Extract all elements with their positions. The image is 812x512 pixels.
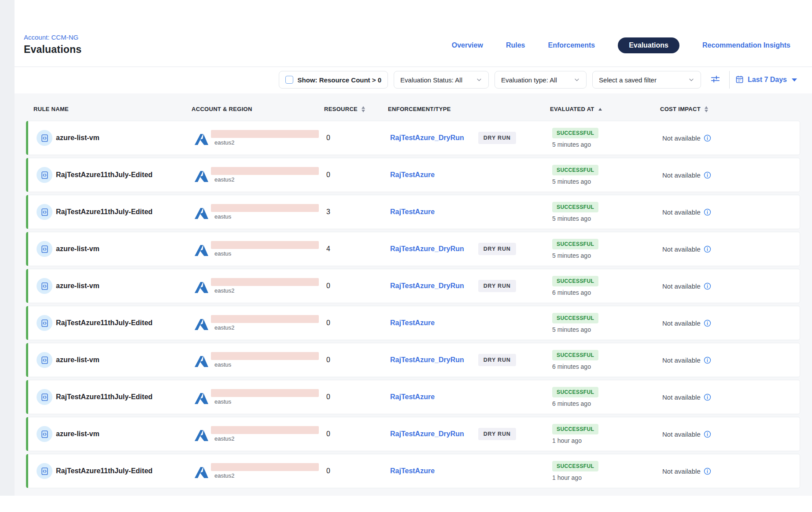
table-row[interactable]: azure-list-vm eastus2 0 RajTestAzure_Dry… (26, 269, 800, 303)
account-name-redacted (211, 167, 319, 175)
resource-count: 0 (326, 282, 330, 289)
rule-icon (37, 278, 52, 294)
evaluated-time: 6 minutes ago (552, 363, 662, 370)
info-icon[interactable] (704, 393, 711, 401)
info-icon[interactable] (704, 171, 711, 179)
saved-filter-select[interactable]: Select a saved filter (592, 71, 701, 89)
dry-run-badge: DRY RUN (478, 243, 516, 255)
resource-count: 0 (326, 393, 330, 401)
info-icon[interactable] (704, 430, 711, 438)
account-name-redacted (211, 130, 319, 138)
region-label: eastus (211, 361, 319, 368)
enforcement-link[interactable]: RajTestAzure_DryRun (390, 134, 464, 142)
info-icon[interactable] (704, 467, 711, 475)
evaluated-time: 1 hour ago (552, 437, 662, 444)
resource-count-label: Show: Resource Count > 0 (298, 76, 381, 84)
enforcement-link[interactable]: RajTestAzure_DryRun (390, 356, 464, 364)
evaluation-type-select[interactable]: Evaluation type: All (495, 71, 587, 89)
info-icon[interactable] (704, 208, 711, 216)
info-icon[interactable] (704, 319, 711, 327)
nav-enforcements[interactable]: Enforcements (548, 41, 595, 49)
rule-icon (37, 389, 52, 405)
column-enforcement-type: ENFORCEMENT/TYPE (386, 106, 549, 112)
table-row[interactable]: RajTestAzure11thJuly-Edited eastus2 0 Ra… (26, 158, 800, 192)
azure-icon (195, 245, 208, 256)
account-name-redacted (211, 315, 319, 323)
page-title: Evaluations (24, 44, 81, 56)
region-label: eastus2 (211, 139, 319, 146)
rule-name: azure-list-vm (56, 282, 100, 290)
rule-name: RajTestAzure11thJuly-Edited (56, 467, 152, 475)
account-name-redacted (211, 463, 319, 471)
enforcement-link[interactable]: RajTestAzure (390, 171, 435, 179)
rule-icon (37, 352, 52, 368)
azure-icon (195, 171, 208, 182)
rule-name: azure-list-vm (56, 245, 100, 253)
enforcement-link[interactable]: RajTestAzure_DryRun (390, 245, 464, 253)
cost-impact-value: Not available (662, 467, 701, 475)
rule-name: RajTestAzure11thJuly-Edited (56, 393, 152, 401)
status-badge: SUCCESSFUL (552, 350, 598, 360)
resource-count: 4 (326, 245, 330, 252)
calendar-icon (735, 75, 744, 85)
status-badge: SUCCESSFUL (552, 165, 598, 175)
dry-run-badge: DRY RUN (478, 132, 516, 144)
header-divider (15, 67, 812, 67)
nav-recommendation-insights[interactable]: Recommendation Insights (702, 41, 790, 49)
table-row[interactable]: azure-list-vm eastus 0 RajTestAzure_DryR… (26, 343, 800, 377)
enforcement-link[interactable]: RajTestAzure (390, 467, 435, 475)
enforcement-link[interactable]: RajTestAzure (390, 319, 435, 327)
resource-count-filter[interactable]: Show: Resource Count > 0 (279, 71, 388, 89)
region-label: eastus2 (211, 176, 319, 183)
column-evaluated-at-sort[interactable]: EVALUATED AT (549, 106, 660, 112)
rule-name: azure-list-vm (56, 356, 100, 364)
evaluated-time: 5 minutes ago (552, 252, 662, 259)
info-icon[interactable] (704, 356, 711, 364)
evaluated-time: 1 hour ago (552, 474, 662, 481)
resource-count: 0 (326, 430, 330, 438)
table-row[interactable]: azure-list-vm eastus2 0 RajTestAzure_Dry… (26, 417, 800, 451)
info-icon[interactable] (704, 134, 711, 142)
table-row[interactable]: azure-list-vm eastus2 0 RajTestAzure_Dry… (26, 121, 800, 155)
column-cost-impact-sort[interactable]: COST IMPACT (660, 106, 800, 112)
date-range-picker[interactable]: Last 7 Days (735, 75, 797, 85)
region-label: eastus2 (211, 324, 319, 331)
top-navigation: Overview Rules Enforcements Evaluations … (452, 37, 790, 54)
info-icon[interactable] (704, 282, 711, 290)
status-badge: SUCCESSFUL (552, 461, 598, 471)
enforcement-link[interactable]: RajTestAzure (390, 393, 435, 401)
breadcrumb[interactable]: Account: CCM-NG (24, 33, 78, 41)
filter-settings-button[interactable] (707, 71, 723, 88)
cost-impact-value: Not available (662, 171, 701, 179)
table-row[interactable]: RajTestAzure11thJuly-Edited eastus 3 Raj… (26, 195, 800, 229)
rule-name: RajTestAzure11thJuly-Edited (56, 319, 152, 327)
rule-name: RajTestAzure11thJuly-Edited (56, 171, 152, 179)
table-row[interactable]: RajTestAzure11thJuly-Edited eastus2 0 Ra… (26, 454, 800, 488)
dry-run-badge: DRY RUN (478, 280, 516, 292)
resource-count: 0 (326, 171, 330, 178)
rule-name: azure-list-vm (56, 430, 100, 438)
date-range-label: Last 7 Days (748, 76, 787, 84)
table-row[interactable]: azure-list-vm eastus 4 RajTestAzure_DryR… (26, 232, 800, 266)
enforcement-link[interactable]: RajTestAzure_DryRun (390, 282, 464, 290)
cost-impact-value: Not available (662, 356, 701, 364)
nav-overview[interactable]: Overview (452, 41, 483, 49)
column-resource-sort[interactable]: RESOURCE (323, 106, 386, 112)
nav-evaluations-active[interactable]: Evaluations (618, 37, 679, 53)
enforcement-link[interactable]: RajTestAzure_DryRun (390, 430, 464, 438)
resource-count-checkbox[interactable] (285, 76, 293, 84)
resource-count: 0 (326, 134, 330, 141)
table-row[interactable]: RajTestAzure11thJuly-Edited eastus 0 Raj… (26, 380, 800, 414)
azure-icon (195, 356, 208, 367)
rule-icon (37, 315, 52, 331)
dry-run-badge: DRY RUN (478, 354, 516, 366)
status-badge: SUCCESSFUL (552, 202, 598, 212)
table-row[interactable]: RajTestAzure11thJuly-Edited eastus2 0 Ra… (26, 306, 800, 340)
account-name-redacted (211, 204, 319, 212)
sort-asc-icon (598, 108, 602, 111)
filter-bar: Show: Resource Count > 0 Evaluation Stat… (279, 71, 797, 89)
nav-rules[interactable]: Rules (506, 41, 525, 49)
enforcement-link[interactable]: RajTestAzure (390, 208, 435, 216)
evaluation-status-select[interactable]: Evaluation Status: All (394, 71, 489, 89)
info-icon[interactable] (704, 245, 711, 253)
